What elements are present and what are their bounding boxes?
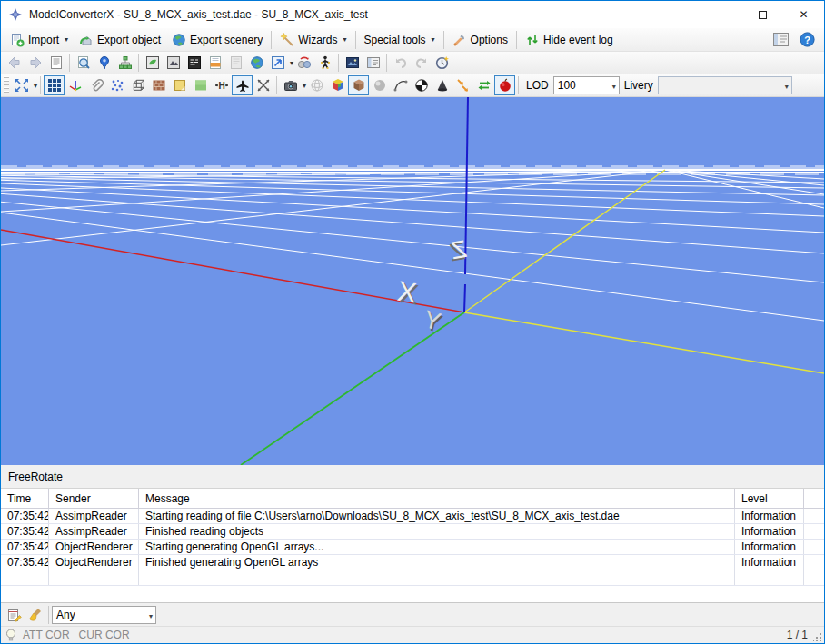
undo-button[interactable] (390, 53, 411, 73)
column-header-level[interactable]: Level (735, 489, 804, 508)
camera-button[interactable] (280, 75, 301, 95)
edit-log-button[interactable] (4, 605, 25, 625)
axes-toggle-button[interactable] (65, 75, 85, 95)
event-log-doc-button[interactable] (45, 53, 66, 73)
attachpoint-button[interactable]: H (211, 75, 232, 95)
options-button[interactable]: Options (447, 30, 513, 50)
chevron-down-icon: ▾ (785, 83, 789, 91)
bricks-icon (152, 78, 166, 93)
curve-button[interactable] (390, 75, 411, 95)
polygon-button[interactable] (169, 75, 190, 95)
aircraft-toggle-button[interactable] (232, 75, 253, 95)
chevron-down-icon: ▾ (65, 35, 68, 44)
toolbar-grip[interactable] (4, 76, 9, 94)
ground-button[interactable] (190, 75, 211, 95)
wiresphere-button[interactable] (306, 75, 327, 95)
history-button[interactable] (432, 53, 452, 73)
3d-viewport[interactable]: X X Y Y Z Z (1, 97, 824, 465)
chevron-down-icon: ▾ (612, 83, 616, 91)
event-log-doc-icon (49, 55, 64, 70)
export-object-button[interactable]: Export object (74, 30, 166, 50)
column-header-time[interactable]: Time (1, 489, 49, 508)
checkerball-icon (414, 78, 429, 93)
bricks-button[interactable] (148, 75, 169, 95)
checkerball-button[interactable] (411, 75, 432, 95)
layout-panel-button[interactable] (768, 30, 794, 49)
3d-scene: X X Y Y Z Z (1, 97, 824, 465)
livery-label: Livery (624, 79, 653, 92)
hide-event-log-button[interactable]: Hide event log (520, 30, 619, 50)
lod-label: LOD (526, 79, 549, 92)
colorcube-icon (331, 78, 345, 93)
xml-file-button[interactable] (204, 53, 225, 73)
hierarchy-button[interactable] (114, 53, 135, 73)
colorcube-button[interactable] (327, 75, 348, 95)
swap-button[interactable] (473, 75, 494, 95)
drawcall-button[interactable] (267, 53, 288, 73)
fit-view-icon (15, 78, 29, 93)
minimize-button[interactable] (701, 1, 742, 28)
globe-button[interactable] (246, 53, 267, 73)
forward-icon (28, 55, 43, 70)
texture-frame-button[interactable] (163, 53, 184, 73)
camera-icon (283, 78, 298, 93)
redo-button[interactable] (411, 53, 432, 73)
import-button[interactable]: Import ▾ (5, 30, 74, 50)
find-icon (76, 55, 91, 70)
disabled-doc-icon (229, 55, 244, 70)
apple-toggle-button[interactable] (494, 75, 515, 95)
particles-button[interactable] (106, 75, 127, 95)
chevron-down-icon[interactable]: ▾ (34, 82, 37, 90)
export-scenery-button[interactable]: Export scenery (166, 30, 268, 50)
bulb-icon (5, 629, 17, 642)
level-filter-combobox[interactable]: Any ▾ (52, 606, 156, 624)
wireframe-cube-button[interactable] (127, 75, 148, 95)
header-editor-button[interactable] (184, 53, 204, 73)
notepad-pencil-icon (7, 608, 22, 622)
find-button[interactable] (73, 53, 94, 73)
resize-grip[interactable] (813, 632, 822, 641)
event-log-table: Time Sender Message Level 07:35:42 Assim… (1, 489, 824, 602)
maximize-button[interactable] (742, 1, 783, 28)
fall-arrows-button[interactable] (452, 75, 473, 95)
textured-cube-icon (352, 78, 366, 93)
livery-combobox[interactable]: ▾ (658, 76, 792, 94)
disabled-doc-button[interactable] (225, 53, 246, 73)
lod-combobox[interactable]: 100 ▾ (553, 76, 620, 94)
attach-button[interactable] (85, 75, 106, 95)
grid-toggle-button[interactable] (44, 75, 65, 95)
sphere-button[interactable] (369, 75, 390, 95)
textured-cube-button[interactable] (348, 75, 369, 95)
wizards-button[interactable]: Wizards ▾ (274, 30, 352, 50)
skeleton-button[interactable] (314, 53, 335, 73)
panel-button[interactable] (363, 53, 383, 73)
fit-view-button[interactable] (11, 75, 32, 95)
special-tools-button[interactable]: Special tools ▾ (359, 31, 441, 49)
replace-button[interactable] (293, 53, 314, 73)
att-cor-status: ATT COR (23, 629, 70, 641)
crosssection-button[interactable] (253, 75, 273, 95)
solid-button[interactable] (432, 75, 452, 95)
material-frame-button[interactable] (142, 53, 163, 73)
help-button[interactable]: ? (794, 29, 820, 50)
column-header-sender[interactable]: Sender (49, 489, 139, 508)
material-frame-icon (145, 55, 160, 70)
page-indicator: 1 / 1 (787, 629, 808, 641)
z-axis-line-lower (464, 284, 465, 312)
column-header-message[interactable]: Message (139, 489, 735, 508)
table-row[interactable]: 07:35:42 ObjectRenderer Finished generat… (1, 555, 824, 570)
back-button[interactable] (4, 53, 25, 73)
attachpoint-icon: H (214, 78, 229, 93)
forward-button[interactable] (25, 53, 45, 73)
view-mode-label: FreeRotate (8, 471, 63, 483)
close-button[interactable]: ✕ (783, 1, 824, 28)
table-row[interactable]: 07:35:42 ObjectRenderer Starting generat… (1, 540, 824, 555)
clear-log-button[interactable] (25, 605, 45, 625)
swap-icon (477, 78, 492, 93)
placemark-button[interactable] (94, 53, 114, 73)
image-viewer-button[interactable] (342, 53, 363, 73)
table-row[interactable]: 07:35:42 AssimpReader Finished reading o… (1, 524, 824, 540)
table-row[interactable]: 07:35:42 AssimpReader Starting reading o… (1, 509, 824, 524)
export-scenery-icon (172, 33, 186, 47)
title-bar[interactable]: ModelConverterX - SU_8_MCX_axis_test.dae… (1, 1, 824, 28)
